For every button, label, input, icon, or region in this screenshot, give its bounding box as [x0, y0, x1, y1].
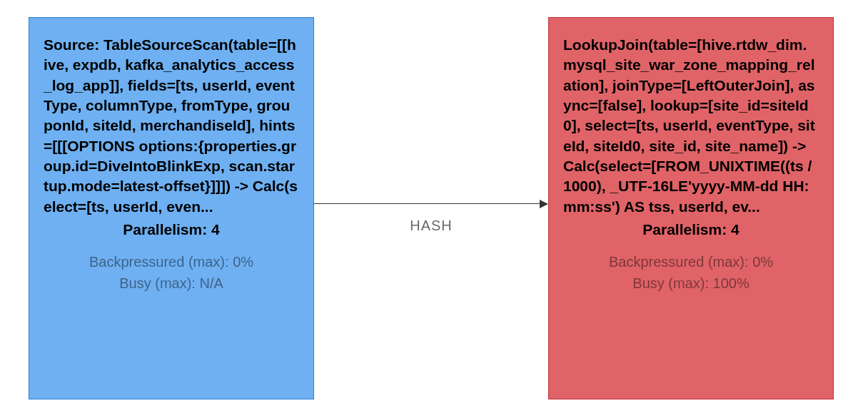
- operator-node-source[interactable]: Source: TableSourceScan(table=[[hive, ex…: [29, 17, 314, 399]
- operator-parallelism: Parallelism: 4: [563, 221, 819, 238]
- busy-metric: Busy (max): N/A: [44, 272, 299, 294]
- operator-description: Source: TableSourceScan(table=[[hive, ex…: [44, 35, 299, 217]
- arrow-right-icon: [540, 200, 548, 208]
- job-graph-canvas: Source: TableSourceScan(table=[[hive, ex…: [0, 0, 868, 418]
- operator-metrics: Backpressured (max): 0% Busy (max): 100%: [563, 251, 819, 294]
- operator-metrics: Backpressured (max): 0% Busy (max): N/A: [44, 251, 299, 294]
- edge: [314, 203, 548, 205]
- operator-description: LookupJoin(table=[hive.rtdw_dim.mysql_si…: [563, 35, 819, 217]
- edge-line: [314, 203, 540, 204]
- backpressure-metric: Backpressured (max): 0%: [563, 251, 819, 272]
- backpressure-metric: Backpressured (max): 0%: [44, 251, 299, 272]
- edge-label: HASH: [314, 218, 548, 234]
- busy-metric: Busy (max): 100%: [563, 272, 819, 294]
- operator-parallelism: Parallelism: 4: [44, 221, 299, 238]
- operator-node-join[interactable]: LookupJoin(table=[hive.rtdw_dim.mysql_si…: [548, 17, 834, 399]
